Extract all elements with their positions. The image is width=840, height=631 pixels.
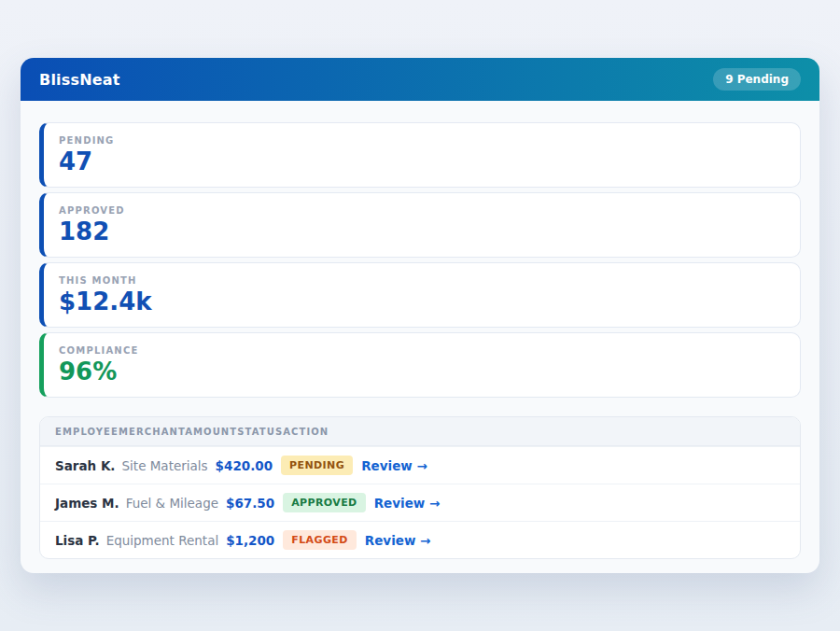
pending-count-badge[interactable]: 9 Pending: [713, 68, 801, 91]
stat-card-approved: APPROVED 182: [39, 192, 801, 258]
column-header-employee: EMPLOYEE: [55, 427, 119, 437]
status-badge: PENDING: [281, 456, 353, 475]
status-badge: APPROVED: [283, 493, 366, 512]
stat-value: 47: [59, 148, 785, 175]
employee-name: Sarah K.: [55, 458, 116, 473]
stat-card-compliance: COMPLIANCE 96%: [39, 332, 801, 398]
review-link[interactable]: Review →: [361, 458, 427, 473]
stat-label: COMPLIANCE: [59, 345, 785, 356]
merchant-name: Equipment Rental: [106, 533, 219, 548]
column-header-amount: AMOUNT: [185, 427, 237, 437]
review-link[interactable]: Review →: [365, 533, 431, 548]
amount-value: $67.50: [226, 496, 274, 511]
stat-value: 96%: [59, 358, 785, 386]
stat-value: 182: [59, 218, 785, 245]
table-row: Lisa P. Equipment Rental $1,200 FLAGGED …: [40, 521, 800, 558]
transactions-table: EMPLOYEEMERCHANTAMOUNTSTATUSACTION Sarah…: [39, 416, 801, 559]
amount-value: $1,200: [226, 533, 274, 548]
merchant-name: Fuel & Mileage: [126, 496, 218, 511]
review-link[interactable]: Review →: [374, 496, 441, 511]
column-header-action: ACTION: [283, 427, 329, 437]
app-title: BlissNeat: [39, 71, 120, 89]
stat-card-pending: PENDING 47: [39, 122, 801, 188]
table-header-row: EMPLOYEEMERCHANTAMOUNTSTATUSACTION: [40, 417, 800, 446]
stat-label: THIS MONTH: [59, 275, 785, 286]
table-row: James M. Fuel & Mileage $67.50 APPROVED …: [40, 484, 800, 521]
app-header: BlissNeat 9 Pending: [21, 58, 819, 101]
stat-label: APPROVED: [59, 205, 785, 216]
card-body: PENDING 47 APPROVED 182 THIS MONTH $12.4…: [21, 101, 819, 573]
employee-name: Lisa P.: [55, 533, 100, 548]
column-header-status: STATUS: [237, 427, 283, 437]
merchant-name: Site Materials: [122, 458, 208, 473]
app-card: BlissNeat 9 Pending PENDING 47 APPROVED …: [21, 58, 819, 573]
table-row: Sarah K. Site Materials $420.00 PENDING …: [40, 446, 800, 484]
amount-value: $420.00: [216, 458, 273, 473]
status-badge: FLAGGED: [283, 530, 357, 550]
stat-card-this-month: THIS MONTH $12.4k: [39, 262, 801, 328]
stat-value: $12.4k: [59, 288, 785, 316]
stat-label: PENDING: [59, 135, 785, 146]
employee-name: James M.: [55, 496, 119, 511]
column-header-merchant: MERCHANT: [119, 427, 185, 437]
